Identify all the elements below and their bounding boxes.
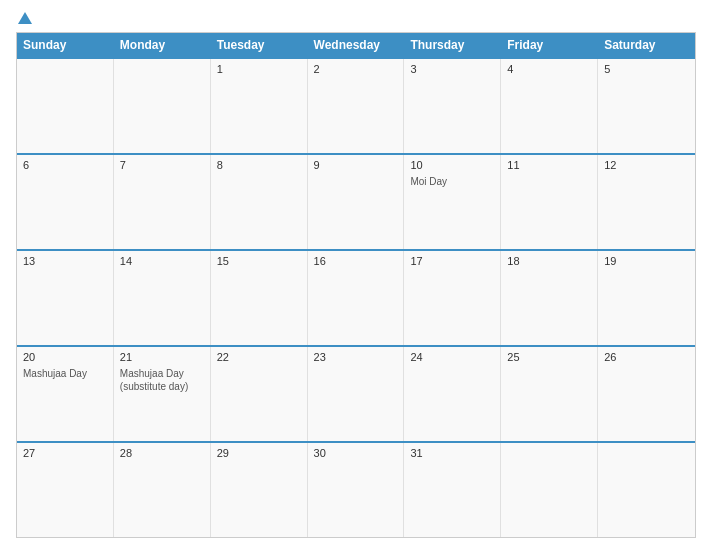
day-cell: 22 — [211, 347, 308, 441]
day-number: 23 — [314, 351, 398, 363]
day-cell: 2 — [308, 59, 405, 153]
day-cell: 31 — [404, 443, 501, 537]
day-cell: 10Moi Day — [404, 155, 501, 249]
day-headers-row: SundayMondayTuesdayWednesdayThursdayFrid… — [17, 33, 695, 57]
day-cell — [501, 443, 598, 537]
day-cell: 3 — [404, 59, 501, 153]
day-cell: 16 — [308, 251, 405, 345]
day-number: 27 — [23, 447, 107, 459]
holiday-label: Mashujaa Day — [23, 367, 107, 380]
day-cell: 28 — [114, 443, 211, 537]
day-number: 8 — [217, 159, 301, 171]
day-cell: 20Mashujaa Day — [17, 347, 114, 441]
day-cell: 8 — [211, 155, 308, 249]
day-cell: 14 — [114, 251, 211, 345]
day-cell: 4 — [501, 59, 598, 153]
day-header-wednesday: Wednesday — [308, 33, 405, 57]
day-number: 30 — [314, 447, 398, 459]
day-cell: 11 — [501, 155, 598, 249]
logo — [16, 12, 34, 24]
day-cell: 30 — [308, 443, 405, 537]
day-cell — [598, 443, 695, 537]
day-number: 13 — [23, 255, 107, 267]
day-number: 20 — [23, 351, 107, 363]
day-number: 10 — [410, 159, 494, 171]
day-cell: 12 — [598, 155, 695, 249]
day-cell: 13 — [17, 251, 114, 345]
weeks-container: 12345678910Moi Day11121314151617181920Ma… — [17, 57, 695, 537]
week-row-4: 20Mashujaa Day21Mashujaa Day (substitute… — [17, 345, 695, 441]
day-cell: 9 — [308, 155, 405, 249]
day-cell: 1 — [211, 59, 308, 153]
day-cell: 24 — [404, 347, 501, 441]
calendar-grid: SundayMondayTuesdayWednesdayThursdayFrid… — [16, 32, 696, 538]
day-number: 5 — [604, 63, 689, 75]
day-number: 28 — [120, 447, 204, 459]
day-number: 4 — [507, 63, 591, 75]
day-cell: 26 — [598, 347, 695, 441]
day-number: 16 — [314, 255, 398, 267]
day-number: 25 — [507, 351, 591, 363]
day-number: 19 — [604, 255, 689, 267]
calendar-page: SundayMondayTuesdayWednesdayThursdayFrid… — [0, 0, 712, 550]
day-number: 26 — [604, 351, 689, 363]
day-header-saturday: Saturday — [598, 33, 695, 57]
day-number: 7 — [120, 159, 204, 171]
day-number: 14 — [120, 255, 204, 267]
day-number: 15 — [217, 255, 301, 267]
day-number: 17 — [410, 255, 494, 267]
day-header-thursday: Thursday — [404, 33, 501, 57]
day-header-monday: Monday — [114, 33, 211, 57]
week-row-2: 678910Moi Day1112 — [17, 153, 695, 249]
holiday-label: Moi Day — [410, 175, 494, 188]
day-number: 31 — [410, 447, 494, 459]
day-cell: 29 — [211, 443, 308, 537]
week-row-3: 13141516171819 — [17, 249, 695, 345]
day-number: 11 — [507, 159, 591, 171]
day-cell: 19 — [598, 251, 695, 345]
day-cell: 15 — [211, 251, 308, 345]
day-cell — [114, 59, 211, 153]
day-number: 2 — [314, 63, 398, 75]
day-number: 18 — [507, 255, 591, 267]
day-number: 29 — [217, 447, 301, 459]
day-cell: 25 — [501, 347, 598, 441]
day-cell: 17 — [404, 251, 501, 345]
day-number: 12 — [604, 159, 689, 171]
holiday-label: Mashujaa Day (substitute day) — [120, 367, 204, 393]
header — [16, 12, 696, 24]
day-cell: 7 — [114, 155, 211, 249]
day-number: 22 — [217, 351, 301, 363]
day-number: 9 — [314, 159, 398, 171]
day-number: 3 — [410, 63, 494, 75]
day-number: 6 — [23, 159, 107, 171]
day-cell: 18 — [501, 251, 598, 345]
day-cell: 27 — [17, 443, 114, 537]
day-header-tuesday: Tuesday — [211, 33, 308, 57]
day-cell: 23 — [308, 347, 405, 441]
logo-triangle-icon — [18, 12, 32, 24]
day-number: 21 — [120, 351, 204, 363]
week-row-5: 2728293031 — [17, 441, 695, 537]
day-cell: 21Mashujaa Day (substitute day) — [114, 347, 211, 441]
day-number: 1 — [217, 63, 301, 75]
day-header-sunday: Sunday — [17, 33, 114, 57]
day-header-friday: Friday — [501, 33, 598, 57]
day-number: 24 — [410, 351, 494, 363]
day-cell — [17, 59, 114, 153]
week-row-1: 12345 — [17, 57, 695, 153]
day-cell: 6 — [17, 155, 114, 249]
day-cell: 5 — [598, 59, 695, 153]
